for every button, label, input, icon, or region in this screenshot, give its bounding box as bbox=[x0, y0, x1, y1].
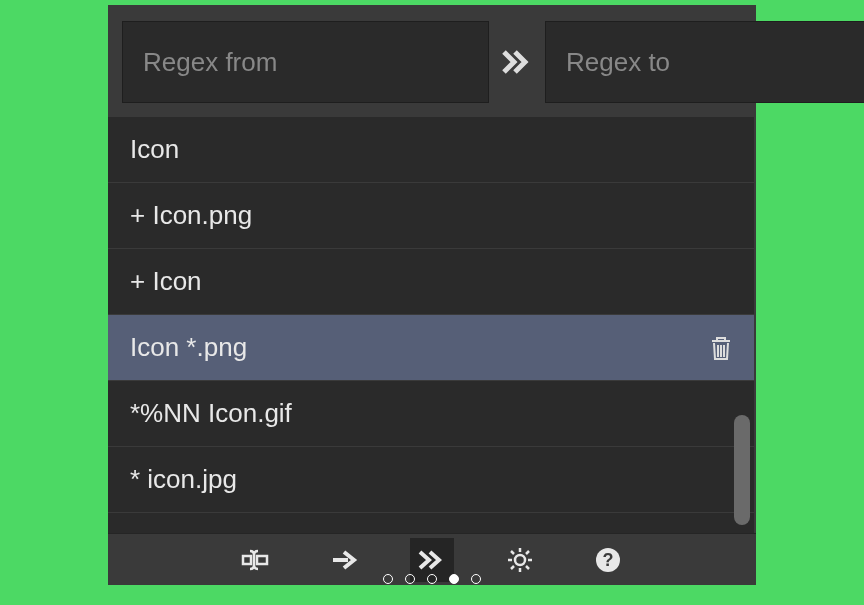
svg-text:?: ? bbox=[603, 550, 614, 570]
text-cursor-icon[interactable] bbox=[234, 538, 278, 582]
regex-to-input[interactable] bbox=[545, 21, 864, 103]
svg-rect-3 bbox=[243, 556, 251, 564]
inputs-row bbox=[108, 5, 756, 117]
scrollbar-thumb[interactable] bbox=[734, 415, 750, 525]
list-item[interactable]: + Icon.png bbox=[108, 183, 754, 249]
svg-line-12 bbox=[526, 566, 529, 569]
trash-icon[interactable] bbox=[708, 334, 734, 362]
svg-point-6 bbox=[515, 555, 525, 565]
list-item-label: *%NN Icon.gif bbox=[130, 398, 292, 429]
list-item[interactable]: * icon.jpg bbox=[108, 447, 754, 513]
list-item-label: + Icon.png bbox=[130, 200, 252, 231]
list-item[interactable]: *%NN Icon.gif bbox=[108, 381, 754, 447]
list-item-label: Icon bbox=[130, 134, 179, 165]
regex-panel: Icon + Icon.png + Icon Icon *.png *%NN I… bbox=[108, 5, 756, 585]
pattern-list: Icon + Icon.png + Icon Icon *.png *%NN I… bbox=[108, 117, 754, 533]
list-item[interactable]: Icon *.png bbox=[108, 315, 754, 381]
svg-rect-4 bbox=[257, 556, 267, 564]
svg-line-13 bbox=[526, 551, 529, 554]
double-arrow-right-icon bbox=[501, 48, 533, 76]
svg-line-14 bbox=[511, 566, 514, 569]
list-item-label: * icon.jpg bbox=[130, 464, 237, 495]
regex-from-input[interactable] bbox=[122, 21, 489, 103]
arrow-right-icon[interactable] bbox=[322, 538, 366, 582]
svg-line-11 bbox=[511, 551, 514, 554]
double-arrow-right-icon[interactable] bbox=[410, 538, 454, 582]
gear-icon[interactable] bbox=[498, 538, 542, 582]
help-icon[interactable]: ? bbox=[586, 538, 630, 582]
list-item-label: + Icon bbox=[130, 266, 202, 297]
list-item[interactable]: Icon bbox=[108, 117, 754, 183]
list-item[interactable]: + Icon bbox=[108, 249, 754, 315]
bottom-toolbar: ? bbox=[108, 533, 756, 585]
list-item-label: Icon *.png bbox=[130, 332, 247, 363]
